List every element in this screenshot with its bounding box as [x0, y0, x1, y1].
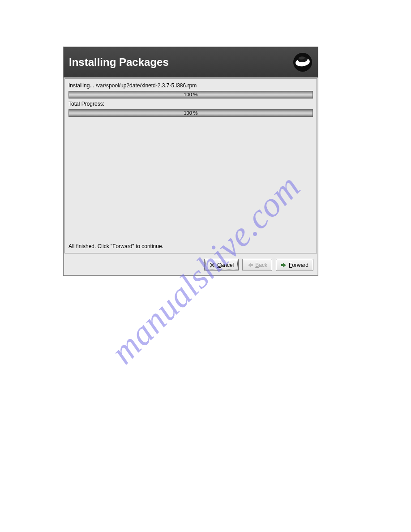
forward-label: Forward [289, 262, 308, 268]
total-progress-percent: 100 % [69, 110, 313, 116]
back-label: Back [255, 262, 267, 268]
content-area: Installing... /var/spool/up2date/xinetd-… [64, 78, 317, 253]
installing-status-text: Installing... /var/spool/up2date/xinetd-… [68, 82, 313, 89]
svg-marker-5 [281, 263, 286, 267]
back-button[interactable]: Back [242, 259, 272, 271]
package-progress-label: 100 % [69, 91, 313, 98]
back-arrow-icon [247, 262, 253, 268]
forward-arrow-icon [281, 262, 287, 268]
forward-button[interactable]: Forward [276, 259, 313, 271]
dialog-title: Installing Packages [69, 56, 169, 69]
total-progress-label: Total Progress: [68, 101, 313, 107]
cancel-button[interactable]: Cancel [204, 259, 239, 271]
cancel-label: Cancel [217, 262, 234, 268]
package-progress-bar: 100 % [68, 91, 313, 99]
svg-marker-4 [248, 263, 253, 267]
redhat-logo-icon [293, 52, 313, 72]
cancel-icon [209, 262, 215, 268]
content-spacer [68, 119, 313, 238]
dialog-title-bar: Installing Packages [64, 47, 318, 77]
installing-packages-dialog: Installing Packages Installing... /var/s… [63, 47, 318, 276]
total-progress-bar: 100 % [68, 109, 313, 117]
finished-text: All finished. Click "Forward" to continu… [68, 243, 313, 249]
button-row: Cancel Back Forward [64, 254, 318, 275]
